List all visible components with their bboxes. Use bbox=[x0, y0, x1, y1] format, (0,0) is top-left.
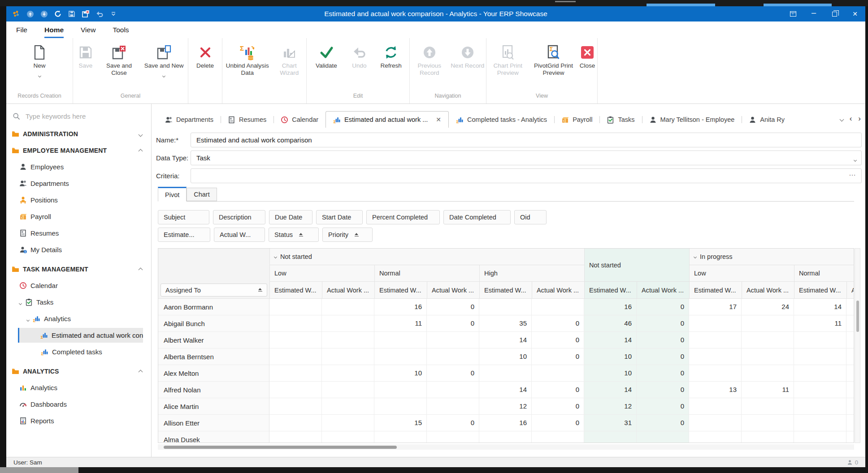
expander-chevron-icon[interactable] bbox=[19, 298, 22, 306]
column-priority-low-inprogress[interactable]: Low bbox=[689, 265, 794, 282]
undo-icon[interactable] bbox=[95, 9, 104, 18]
collapse-chevron-icon[interactable] bbox=[694, 255, 697, 258]
field-chip-estimate[interactable]: Estimate... bbox=[158, 228, 210, 242]
save-and-new-button[interactable]: Save and New bbox=[140, 38, 188, 93]
tab-anita[interactable]: Anita Ry bbox=[742, 112, 792, 128]
measure-actual[interactable]: Actual Work ... bbox=[742, 282, 794, 299]
sidebar-item-analytics-node[interactable]: Analytics bbox=[6, 310, 151, 327]
scroll-tabs-right-icon[interactable]: › bbox=[858, 114, 861, 123]
next-record-button[interactable]: Next Record bbox=[449, 38, 486, 93]
sidebar-item-departments[interactable]: Departments bbox=[6, 175, 151, 192]
sidebar-item-dashboards[interactable]: Dashboards bbox=[6, 396, 151, 413]
field-chip-start-date[interactable]: Start Date bbox=[316, 210, 363, 224]
field-chip-percent-completed[interactable]: Percent Completed bbox=[366, 210, 440, 224]
column-priority-low[interactable]: Low bbox=[269, 265, 374, 282]
save-icon[interactable] bbox=[67, 9, 76, 18]
new-dropdown-chevron-icon[interactable] bbox=[39, 71, 41, 79]
measure-actual[interactable]: Actual Work ... bbox=[532, 282, 584, 299]
tab-pivot[interactable]: Pivot bbox=[158, 187, 187, 202]
tab-chart[interactable]: Chart bbox=[187, 188, 217, 201]
save-and-new-dropdown-chevron-icon[interactable] bbox=[163, 71, 165, 79]
column-group-not-started[interactable]: Not started bbox=[269, 249, 584, 265]
criteria-input[interactable] bbox=[191, 168, 862, 183]
maximize-button[interactable] bbox=[824, 6, 845, 22]
sidebar-item-payroll[interactable]: Payroll bbox=[6, 208, 151, 225]
horizontal-scrollbar[interactable] bbox=[158, 444, 854, 450]
chevron-down-icon[interactable] bbox=[854, 155, 856, 163]
qat-customize-chevron-icon[interactable] bbox=[109, 9, 118, 18]
measure-actual-clipped[interactable]: Ac bbox=[846, 282, 854, 299]
sidebar-item-positions[interactable]: Positions bbox=[6, 192, 151, 208]
menu-home[interactable]: Home bbox=[44, 26, 64, 38]
sidebar-item-employees[interactable]: Employees bbox=[6, 159, 151, 175]
measure-actual[interactable]: Actual Work ... bbox=[322, 282, 374, 299]
measure-estimated[interactable]: Estimated W... bbox=[794, 282, 846, 299]
menu-view[interactable]: View bbox=[81, 26, 95, 38]
field-chip-subject[interactable]: Subject bbox=[158, 210, 209, 224]
field-chip-due-date[interactable]: Due Date bbox=[269, 210, 312, 224]
ellipsis-icon[interactable]: … bbox=[849, 169, 856, 177]
next-record-icon[interactable] bbox=[39, 9, 48, 18]
measure-estimated[interactable]: Estimated W... bbox=[374, 282, 427, 299]
unbind-analysis-data-button[interactable]: Σ Unbind Analysis Data bbox=[222, 38, 272, 93]
column-priority-normal[interactable]: Normal bbox=[374, 265, 479, 282]
field-chip-description[interactable]: Description bbox=[213, 210, 265, 224]
dock-window-button[interactable] bbox=[783, 6, 803, 22]
sidebar-item-tasks[interactable]: Tasks bbox=[6, 294, 151, 310]
sidebar-section-employee-management[interactable]: EMPLOYEE MANAGEMENT bbox=[6, 142, 151, 159]
scrollbar-thumb[interactable] bbox=[164, 446, 397, 449]
vertical-scrollbar[interactable] bbox=[855, 248, 860, 443]
column-priority-normal-inprogress[interactable]: Normal bbox=[794, 265, 854, 282]
new-button[interactable]: New bbox=[6, 38, 73, 93]
field-chip-assigned-to[interactable]: Assigned To bbox=[161, 284, 267, 297]
search-input[interactable] bbox=[26, 112, 133, 120]
measure-actual-total[interactable]: Actual Work ... bbox=[637, 282, 689, 299]
close-window-button[interactable]: ✕ bbox=[845, 6, 865, 22]
tab-close-icon[interactable]: ✕ bbox=[436, 116, 441, 123]
pivotgrid-print-preview-button[interactable]: Σ PivotGrid Print Preview bbox=[529, 38, 578, 93]
expander-chevron-icon[interactable] bbox=[27, 315, 29, 322]
scroll-tabs-left-icon[interactable]: ‹ bbox=[850, 114, 852, 123]
sidebar-item-completed-tasks[interactable]: Completed tasks bbox=[6, 344, 151, 360]
previous-record-button[interactable]: Previous Record bbox=[410, 38, 449, 93]
tab-list-chevron-icon[interactable] bbox=[840, 115, 843, 123]
tab-resumes[interactable]: Resumes bbox=[221, 112, 273, 128]
column-priority-high[interactable]: High bbox=[479, 265, 584, 282]
field-chip-oid[interactable]: Oid bbox=[514, 210, 547, 224]
sidebar-item-resumes[interactable]: Resumes bbox=[6, 225, 151, 241]
tab-mary-tellitson[interactable]: Mary Tellitson - Employee bbox=[642, 112, 742, 128]
sidebar-item-analytics[interactable]: Analytics bbox=[6, 379, 151, 396]
scrollbar-thumb[interactable] bbox=[856, 301, 859, 332]
refresh-button[interactable]: Refresh bbox=[373, 38, 409, 93]
measure-estimated[interactable]: Estimated W... bbox=[269, 282, 322, 299]
field-chip-status[interactable]: Status bbox=[269, 228, 319, 242]
refresh-icon[interactable] bbox=[53, 9, 62, 18]
tab-departments[interactable]: Departments bbox=[158, 112, 221, 128]
sidebar-section-administration[interactable]: ADMINISTRATION bbox=[6, 125, 151, 142]
sidebar-item-calendar[interactable]: Calendar bbox=[6, 277, 151, 294]
menu-tools[interactable]: Tools bbox=[113, 26, 129, 38]
previous-record-icon[interactable] bbox=[26, 9, 35, 18]
delete-button[interactable]: Delete bbox=[188, 38, 222, 93]
sidebar-search[interactable] bbox=[6, 107, 151, 125]
save-and-close-icon[interactable] bbox=[81, 9, 90, 18]
chart-print-preview-button[interactable]: Chart Print Preview bbox=[486, 38, 529, 93]
tab-estimated-active[interactable]: Estimated and actual work ... ✕ bbox=[326, 111, 449, 128]
tab-payroll[interactable]: Payroll bbox=[554, 112, 599, 128]
tab-calendar[interactable]: Calendar bbox=[273, 112, 326, 128]
tab-tasks[interactable]: Tasks bbox=[599, 112, 642, 128]
undo-button[interactable]: Undo bbox=[346, 38, 373, 93]
chart-wizard-button[interactable]: Chart Wizard bbox=[272, 38, 306, 93]
measure-estimated[interactable]: Estimated W... bbox=[479, 282, 532, 299]
measure-estimated-total[interactable]: Estimated W... bbox=[584, 282, 637, 299]
measure-actual[interactable]: Actual Work ... bbox=[427, 282, 479, 299]
sidebar-item-my-details[interactable]: My Details bbox=[6, 241, 151, 258]
column-group-in-progress[interactable]: In progress bbox=[689, 249, 854, 265]
field-chip-date-completed[interactable]: Date Completed bbox=[443, 210, 511, 224]
name-input[interactable] bbox=[191, 133, 862, 147]
sidebar-section-analytics[interactable]: ANALYTICS bbox=[6, 363, 151, 379]
measure-estimated[interactable]: Estimated W... bbox=[689, 282, 742, 299]
save-button[interactable]: Save bbox=[73, 38, 98, 93]
tab-completed[interactable]: Completed tasks - Analytics bbox=[449, 112, 554, 128]
sidebar-item-estimated-selected[interactable]: Estimated and actual work con bbox=[6, 327, 151, 344]
